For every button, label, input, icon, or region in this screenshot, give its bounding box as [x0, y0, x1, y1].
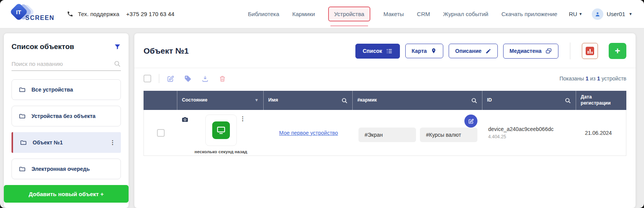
header-karmik[interactable]: #кармик: [353, 91, 482, 110]
sidebar-item-electronic-queue[interactable]: Электронная очередь: [12, 159, 121, 179]
tech-support: Тех. поддержка +375 29 170 63 44: [67, 11, 174, 17]
chevron-down-icon: ▼: [579, 12, 583, 16]
kebab-menu-icon[interactable]: ⋮: [240, 115, 246, 122]
excel-chart-icon: [586, 47, 594, 55]
sidebar-search: [12, 60, 121, 71]
view-mediawall-label: Медиастена: [510, 48, 542, 54]
username: User01: [607, 11, 625, 17]
sidebar-item-label: Все устройства: [31, 87, 73, 93]
map-pin-icon: [431, 48, 437, 54]
divider: [134, 68, 636, 68]
device-version: 4.404.25: [488, 134, 576, 139]
view-map-label: Карта: [412, 48, 427, 54]
last-seen-text: несколько секунд назад: [195, 149, 247, 154]
person-icon: [594, 11, 601, 17]
header-name[interactable]: Имя: [264, 91, 353, 110]
camera-icon[interactable]: [182, 116, 188, 123]
sidebar-item-devices-without-object[interactable]: Устройства без объекта: [12, 106, 121, 126]
view-map-button[interactable]: Карта: [405, 44, 444, 58]
view-list-button[interactable]: Список: [355, 44, 400, 59]
nav-item-devices-label: Устройства: [334, 11, 364, 17]
trash-icon[interactable]: [219, 75, 226, 82]
select-all-checkbox[interactable]: [144, 75, 151, 82]
header-status[interactable]: Состояние ▼: [177, 91, 264, 110]
media-wall-icon: [545, 48, 552, 54]
devices-count-summary: Показаны 1 из 1 устройств: [560, 75, 626, 82]
device-id: device_a240ac9ceeb066dc: [488, 126, 576, 132]
language-value: RU: [569, 11, 577, 17]
nav-item-layouts[interactable]: Макеты: [383, 11, 404, 17]
sidebar-item-object-1[interactable]: Объект №1 ⋮: [12, 132, 121, 153]
divider: [159, 74, 159, 83]
folder-icon: [19, 113, 26, 120]
edit-icon[interactable]: [167, 75, 174, 82]
download-icon[interactable]: [201, 75, 209, 82]
search-icon[interactable]: [471, 97, 477, 104]
nav-item-event-log[interactable]: Журнал событий: [443, 11, 488, 17]
view-mediawall-button[interactable]: Медиастена: [503, 44, 558, 59]
device-thumbnail[interactable]: [205, 115, 237, 146]
chevron-down-icon: ▼: [629, 12, 632, 16]
logo-it-text: IT: [16, 8, 21, 15]
view-list-label: Список: [363, 48, 382, 54]
header-date[interactable]: Дата регистрации: [576, 91, 626, 110]
folder-icon: [19, 165, 26, 172]
divider: [570, 43, 570, 59]
nav-item-devices[interactable]: Устройства: [328, 7, 370, 21]
edit-tags-button[interactable]: [464, 115, 477, 128]
search-icon[interactable]: [114, 60, 121, 67]
sort-caret-icon[interactable]: ▼: [254, 98, 259, 103]
screen-device-icon: [212, 121, 230, 139]
user-menu[interactable]: User01 ▼: [592, 8, 632, 20]
add-object-button[interactable]: Добавить новый объект +: [4, 185, 129, 203]
support-label: Тех. поддержка: [78, 11, 119, 17]
sidebar-item-label: Устройства без объекта: [31, 113, 96, 119]
view-switcher: Список Карта Описание Медиастена: [355, 43, 626, 59]
id-cell: device_a240ac9ceeb066dc 4.404.25: [483, 110, 576, 156]
itscreen-logo[interactable]: IT SCREEN: [11, 5, 54, 24]
main-nav: Библиотека Кармики Устройства Макеты CRM…: [248, 7, 557, 21]
tag-chip[interactable]: #Курсы валют: [420, 128, 477, 142]
nav-item-download-app[interactable]: Скачать приложение: [501, 11, 557, 17]
filter-icon[interactable]: [114, 43, 121, 50]
support-phone[interactable]: +375 29 170 63 44: [126, 11, 175, 17]
avatar: [592, 8, 603, 20]
view-description-label: Описание: [455, 48, 482, 54]
header-id[interactable]: ID: [482, 91, 576, 110]
tag-icon[interactable]: [184, 75, 192, 82]
edit-icon: [468, 118, 474, 124]
folder-icon: [20, 139, 27, 146]
search-icon[interactable]: [565, 97, 571, 104]
table-row: несколько секунд назад ⋮ Мое первое устр…: [144, 110, 626, 156]
registration-date: 21.06.2024: [585, 130, 612, 136]
karmik-cell: #Экран #Курсы валют: [353, 110, 483, 156]
objects-sidebar: Список объектов Все устройства Устро: [4, 33, 129, 208]
nav-item-karmiki[interactable]: Кармики: [292, 11, 315, 17]
language-selector[interactable]: RU ▼: [569, 11, 583, 17]
topbar: IT SCREEN Тех. поддержка +375 29 170 63 …: [0, 0, 644, 28]
logo-screen-text: SCREEN: [25, 15, 54, 21]
table-header: Состояние ▼ Имя #кармик ID: [144, 91, 626, 110]
nav-item-crm[interactable]: CRM: [417, 11, 430, 17]
list-icon: [386, 48, 393, 54]
sidebar-item-label: Объект №1: [33, 139, 63, 146]
kebab-menu-icon[interactable]: ⋮: [110, 139, 116, 146]
bulk-actions-toolbar: Показаны 1 из 1 устройств: [144, 74, 626, 83]
export-excel-button[interactable]: [582, 43, 598, 59]
sidebar-title: Список объектов: [12, 43, 74, 51]
main-panel: Объект №1 Список Карта Описание: [134, 33, 636, 208]
add-device-button[interactable]: +: [609, 43, 626, 59]
sidebar-item-all-devices[interactable]: Все устройства: [12, 79, 121, 100]
folder-icon: [19, 86, 26, 93]
sidebar-item-label: Электронная очередь: [31, 166, 90, 172]
search-icon[interactable]: [341, 97, 348, 104]
nav-item-library[interactable]: Библиотека: [248, 11, 279, 17]
view-description-button[interactable]: Описание: [449, 44, 498, 58]
devices-table: Состояние ▼ Имя #кармик ID: [144, 91, 626, 156]
row-checkbox[interactable]: [157, 129, 165, 137]
page-title: Объект №1: [144, 46, 189, 56]
content-area: Список объектов Все устройства Устро: [0, 28, 644, 208]
search-input[interactable]: [12, 61, 114, 67]
device-name-link[interactable]: Мое первое устройство: [279, 130, 338, 136]
tag-chip[interactable]: #Экран: [358, 128, 416, 142]
